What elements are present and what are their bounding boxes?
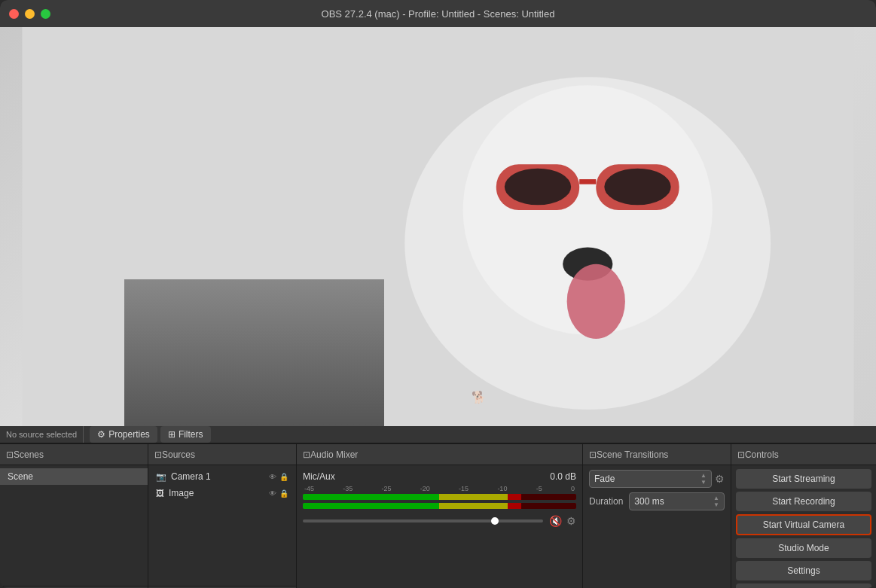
audio-channel-name: Mic/Aux	[303, 471, 335, 482]
exit-button[interactable]: Exit	[736, 583, 871, 588]
controls-icon: ⊡	[737, 449, 745, 460]
scenes-panel-content: Scene	[0, 465, 148, 586]
duration-label: Duration	[589, 496, 623, 507]
meter-fill-2	[521, 503, 576, 509]
scenes-header-label: Scenes	[14, 449, 44, 460]
volume-thumb	[491, 517, 499, 525]
sources-panel-content: 📷 Camera 1 👁 🔒 🖼 Image	[148, 465, 296, 586]
image-source-label: Image	[169, 488, 194, 498]
source-item-image[interactable]: 🖼 Image 👁 🔒	[148, 485, 296, 501]
minimize-button[interactable]	[25, 9, 35, 19]
audio-channel-mic: Mic/Aux 0.0 dB -45 -35 -25 -20 -15 -10	[303, 471, 576, 527]
duration-row: Duration 300 ms ▲ ▼	[589, 492, 725, 510]
audio-header-label: Audio Mixer	[310, 449, 358, 460]
studio-mode-button[interactable]: Studio Mode	[736, 538, 871, 558]
no-source-text: No source selected	[6, 430, 77, 439]
meter-labels: -45 -35 -25 -20 -15 -10 -5 0	[303, 485, 576, 492]
source-bar: No source selected ⚙ Properties ⊞ Filter…	[0, 426, 876, 443]
start-recording-button[interactable]: Start Recording	[736, 492, 871, 511]
image-lock-icon[interactable]: 🔒	[279, 489, 288, 498]
audio-mixer-header: ⊡ Audio Mixer	[297, 444, 582, 465]
controls-panel: ⊡ Controls Start Streaming Start Recordi…	[731, 444, 876, 588]
camera-overlay	[124, 279, 384, 426]
meter-bar	[303, 494, 576, 500]
properties-label: Properties	[108, 429, 150, 440]
svg-point-7	[604, 169, 670, 206]
svg-text:🐕: 🐕	[472, 390, 487, 404]
controls-header-label: Controls	[745, 449, 779, 460]
window-title: OBS 27.2.4 (mac) - Profile: Untitled - S…	[322, 8, 555, 20]
window-buttons	[9, 9, 50, 19]
start-virtual-camera-button[interactable]: Start Virtual Camera	[736, 514, 871, 535]
audio-ctrl-icons: 🔇 ⚙	[549, 515, 576, 527]
mute-icon[interactable]: 🔇	[549, 515, 562, 527]
sources-header-label: Sources	[162, 449, 195, 460]
gear-icon: ⚙	[97, 429, 105, 440]
audio-mixer-panel: ⊡ Audio Mixer Mic/Aux 0.0 dB -45 -35	[297, 444, 583, 588]
source-item-image-left: 🖼 Image	[156, 488, 194, 498]
image-source-icons: 👁 🔒	[269, 489, 288, 498]
audio-controls-row: 🔇 ⚙	[303, 515, 576, 527]
audio-channel-db: 0.0 dB	[550, 471, 576, 482]
camera-lock-icon[interactable]: 🔒	[279, 473, 288, 481]
maximize-button[interactable]	[41, 9, 50, 19]
sources-panel-header: ⊡ Sources	[148, 444, 296, 465]
duration-chevrons: ▲ ▼	[713, 495, 719, 508]
scenes-panel: ⊡ Scenes Scene + − ↑ ↓	[0, 444, 148, 588]
duration-value: 300 ms	[634, 496, 664, 507]
audio-icon: ⊡	[303, 449, 310, 460]
source-item-camera-left: 📷 Camera 1	[156, 471, 211, 482]
svg-point-6	[505, 169, 571, 206]
scene-item[interactable]: Scene	[0, 468, 148, 485]
filters-label: Filters	[179, 429, 203, 440]
camera-background	[124, 279, 384, 426]
transition-select-row: Fade ▲ ▼ ⚙	[589, 470, 725, 488]
scene-item-label: Scene	[8, 471, 33, 482]
bottom-panels: No source selected ⚙ Properties ⊞ Filter…	[0, 426, 876, 588]
transitions-panel-header: ⊡ Scene Transitions	[583, 444, 731, 465]
close-button[interactable]	[9, 9, 19, 19]
duration-input[interactable]: 300 ms ▲ ▼	[629, 492, 725, 510]
select-chevrons: ▲ ▼	[700, 472, 707, 486]
transitions-header-label: Scene Transitions	[597, 449, 668, 460]
transitions-icon: ⊡	[589, 449, 597, 460]
titlebar: OBS 27.2.4 (mac) - Profile: Untitled - S…	[0, 0, 876, 27]
transition-type-select[interactable]: Fade ▲ ▼	[589, 470, 712, 488]
camera-source-icon: 📷	[156, 472, 166, 482]
sources-panel: ⊡ Sources 📷 Camera 1 👁 🔒	[148, 444, 297, 588]
start-streaming-button[interactable]: Start Streaming	[736, 469, 871, 489]
filters-tab[interactable]: ⊞ Filters	[160, 426, 211, 443]
meter-fill	[521, 494, 576, 500]
filter-icon: ⊞	[168, 429, 176, 440]
source-bar-divider	[83, 426, 84, 443]
transitions-content: Fade ▲ ▼ ⚙ Duration 300 ms	[583, 465, 731, 588]
transition-settings-icon[interactable]: ⚙	[715, 473, 725, 485]
audio-mixer-content: Mic/Aux 0.0 dB -45 -35 -25 -20 -15 -10	[297, 465, 582, 588]
properties-tab[interactable]: ⚙ Properties	[90, 426, 157, 443]
panels-row: ⊡ Scenes Scene + − ↑ ↓	[0, 443, 876, 588]
camera-source-label: Camera 1	[171, 471, 211, 482]
image-source-icon: 🖼	[156, 489, 164, 498]
controls-panel-header: ⊡ Controls	[731, 444, 876, 465]
sources-icon: ⊡	[154, 449, 162, 460]
audio-meter: -45 -35 -25 -20 -15 -10 -5 0	[303, 485, 576, 509]
svg-rect-5	[579, 179, 596, 184]
preview-canvas: 🐕	[0, 27, 876, 426]
controls-content: Start Streaming Start Recording Start Vi…	[731, 465, 876, 588]
transition-type-value: Fade	[594, 474, 615, 484]
camera-visibility-icon[interactable]: 👁	[269, 473, 276, 481]
settings-button[interactable]: Settings	[736, 561, 871, 580]
audio-top: Mic/Aux 0.0 dB	[303, 471, 576, 482]
scenes-icon: ⊡	[6, 449, 14, 460]
main-content: 🐕	[0, 27, 876, 588]
scenes-panel-header: ⊡ Scenes	[0, 444, 148, 465]
svg-point-9	[567, 264, 625, 339]
preview-area: 🐕	[0, 27, 876, 426]
audio-settings-icon[interactable]: ⚙	[566, 515, 576, 527]
transitions-panel: ⊡ Scene Transitions Fade ▲ ▼ ⚙	[583, 444, 731, 588]
source-item-camera[interactable]: 📷 Camera 1 👁 🔒	[148, 468, 296, 485]
image-visibility-icon[interactable]: 👁	[269, 489, 276, 498]
meter-bar-2	[303, 503, 576, 509]
volume-slider[interactable]	[303, 519, 543, 522]
camera-source-icons: 👁 🔒	[269, 473, 288, 481]
